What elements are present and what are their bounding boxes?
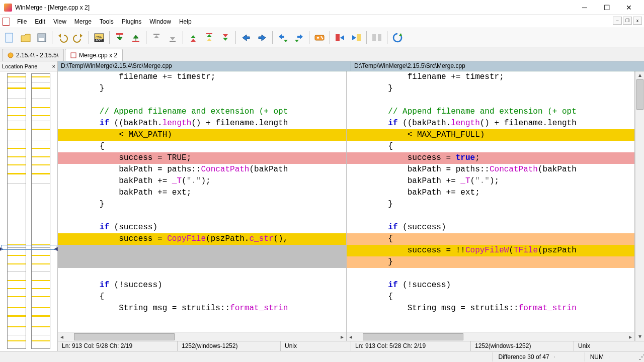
code-line[interactable]: String msg = strutils::format_strin — [58, 303, 346, 314]
code-line[interactable]: bakPath += ext; — [58, 187, 346, 199]
code-line[interactable] — [58, 268, 346, 280]
menu-plugins[interactable]: Plugins — [118, 16, 145, 27]
code-line[interactable] — [347, 95, 635, 106]
first-conflict-button[interactable] — [202, 30, 217, 45]
code-line[interactable] — [58, 95, 346, 106]
save-button[interactable] — [34, 30, 49, 45]
code-line[interactable]: { — [347, 233, 635, 245]
code-line[interactable]: bakPath = paths::ConcatPath(bakPath — [347, 164, 635, 175]
menu-view[interactable]: View — [49, 16, 70, 27]
code-line[interactable]: bakPath += _T("."); — [347, 175, 635, 187]
mdi-restore-button[interactable]: ❐ — [623, 17, 632, 25]
left-file-path[interactable]: D:\Temp\WinMerge\2.15.4\Src\Merge.cpp — [58, 61, 351, 71]
code-line[interactable]: success = TRUE; — [58, 152, 346, 164]
copy-left-button[interactable] — [255, 30, 270, 45]
menu-window[interactable]: Window — [145, 16, 175, 27]
left-code-view[interactable]: filename += timestr; } // Append filenam… — [58, 71, 346, 332]
menu-tools[interactable]: Tools — [96, 16, 118, 27]
code-line[interactable] — [58, 245, 346, 256]
code-line[interactable]: < MAX_PATH) — [58, 129, 346, 141]
close-button[interactable]: ✕ — [618, 1, 640, 15]
location-pane-close-icon[interactable]: × — [52, 63, 55, 69]
right-code-view[interactable]: filename += timestr; } // Append filenam… — [347, 71, 635, 332]
new-button[interactable] — [2, 30, 17, 45]
refresh-button[interactable] — [390, 30, 405, 45]
first-diff-button[interactable] — [149, 30, 164, 45]
code-line[interactable]: } — [347, 256, 635, 268]
code-line[interactable]: { — [58, 141, 346, 152]
tab-file-compare[interactable]: Merge.cpp x 2 — [65, 49, 123, 61]
code-line[interactable]: filename += timestr; — [58, 71, 346, 83]
prev-diff-button[interactable] — [128, 30, 143, 45]
code-line[interactable]: } — [58, 199, 346, 210]
code-line[interactable]: if (!success) — [347, 280, 635, 291]
code-line[interactable]: if ((bakPath.length() + filename.length — [347, 118, 635, 129]
location-bar-left[interactable] — [7, 73, 26, 349]
code-line[interactable] — [58, 256, 346, 268]
code-line[interactable]: if (success) — [58, 222, 346, 233]
right-eol: Unix — [574, 341, 644, 351]
encoding-button[interactable]: CBAABC — [92, 30, 107, 45]
mdi-controls: – ❐ x — [613, 17, 642, 25]
copy-left-advance-button[interactable] — [291, 30, 306, 45]
maximize-button[interactable]: ☐ — [596, 1, 618, 15]
code-line[interactable] — [58, 210, 346, 222]
code-line[interactable]: if (success) — [347, 222, 635, 233]
all-left-button[interactable] — [349, 30, 364, 45]
code-line[interactable]: if ((bakPath.length() + filename.length — [58, 118, 346, 129]
last-diff-button[interactable] — [165, 30, 180, 45]
code-line[interactable]: } — [347, 199, 635, 210]
code-line[interactable]: success = CopyFile(pszPath.c_str(), — [58, 233, 346, 245]
auto-merge-button[interactable] — [369, 30, 384, 45]
copy-right-advance-button[interactable] — [275, 30, 290, 45]
redo-button[interactable] — [71, 30, 86, 45]
menu-merge[interactable]: Merge — [70, 16, 96, 27]
prev-conflict-button[interactable] — [186, 30, 201, 45]
left-eol: Unix — [281, 341, 351, 351]
code-line[interactable] — [347, 268, 635, 280]
code-line[interactable]: < MAX_PATH_FULL) — [347, 129, 635, 141]
code-line[interactable] — [347, 210, 635, 222]
menu-help[interactable]: Help — [175, 16, 196, 27]
options-button[interactable] — [312, 30, 327, 45]
all-right-button[interactable] — [333, 30, 348, 45]
code-line[interactable]: success = !!CopyFileW(TFile(pszPath — [347, 245, 635, 256]
code-line[interactable]: bakPath = paths::ConcatPath(bakPath — [58, 164, 346, 175]
vertical-scrollbar[interactable]: ▴▾ — [635, 71, 644, 341]
code-line[interactable]: // Append filename and extension (+ opt — [58, 106, 346, 118]
svg-rect-8 — [132, 41, 139, 42]
right-file-path[interactable]: D:\Temp\WinMerge\2.15.5\Src\Merge.cpp — [351, 61, 644, 71]
minimize-button[interactable]: ─ — [574, 1, 596, 15]
code-line[interactable]: success = true; — [347, 152, 635, 164]
tab-folder-compare[interactable]: 2.15.4\ - 2.15.5\ — [2, 49, 64, 61]
location-bar-right[interactable] — [31, 73, 50, 349]
document-icon — [2, 18, 10, 26]
next-diff-button[interactable] — [112, 30, 127, 45]
left-pane: filename += timestr; } // Append filenam… — [58, 71, 347, 341]
window-title: WinMerge - [Merge.cpp x 2] — [15, 4, 574, 11]
mdi-close-button[interactable]: x — [633, 17, 642, 25]
code-line[interactable]: } — [58, 83, 346, 95]
code-line[interactable]: { — [347, 141, 635, 152]
code-line[interactable]: { — [58, 291, 346, 303]
location-pane-body[interactable]: ▶ ◀ — [0, 71, 57, 351]
menu-file[interactable]: File — [13, 16, 31, 27]
open-button[interactable] — [18, 30, 33, 45]
difference-indicator: Difference 30 of 47 — [493, 352, 554, 361]
left-horizontal-scrollbar[interactable]: ◂▸ — [58, 332, 346, 341]
code-line[interactable]: String msg = strutils::format_strin — [347, 303, 635, 314]
code-line[interactable]: } — [347, 83, 635, 95]
code-line[interactable]: // Append filename and extension (+ opt — [347, 106, 635, 118]
code-line[interactable]: bakPath += _T("."); — [58, 175, 346, 187]
next-conflict-button[interactable] — [218, 30, 233, 45]
right-horizontal-scrollbar[interactable]: ◂▸ — [347, 332, 635, 341]
file-compare-icon — [70, 52, 76, 58]
code-line[interactable]: if (!success) — [58, 280, 346, 291]
code-line[interactable]: filename += timestr; — [347, 71, 635, 83]
mdi-minimize-button[interactable]: – — [613, 17, 622, 25]
copy-right-button[interactable] — [238, 30, 254, 45]
menu-edit[interactable]: Edit — [31, 16, 49, 27]
undo-button[interactable] — [55, 30, 70, 45]
code-line[interactable]: bakPath += ext; — [347, 187, 635, 199]
code-line[interactable]: { — [347, 291, 635, 303]
